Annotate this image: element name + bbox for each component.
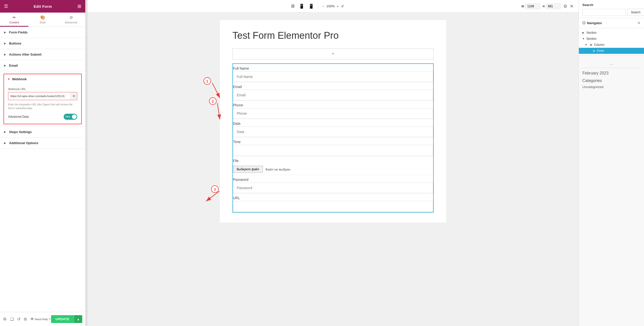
webhook-wrapper: ▼ Webhook Webhook URL ⧉ Enter the integr… bbox=[0, 71, 85, 127]
desktop-icon[interactable]: 🖥 bbox=[290, 4, 295, 9]
phone-label: Phone bbox=[233, 101, 433, 108]
section-form-fields: ▶ Form Fields bbox=[0, 27, 85, 38]
actions-header[interactable]: ▶ Actions After Submit bbox=[0, 49, 85, 60]
zoom-level: 100% bbox=[326, 4, 335, 8]
nav-item-section-2[interactable]: ▼ Section bbox=[579, 36, 644, 42]
category-uncategorized[interactable]: Uncategorized bbox=[582, 85, 640, 89]
form-fields-label: Form Fields bbox=[9, 30, 28, 34]
phone-input[interactable] bbox=[233, 108, 433, 119]
zoom-reset-icon[interactable]: ↺ bbox=[341, 4, 344, 8]
search-input[interactable] bbox=[582, 9, 626, 16]
height-input: H bbox=[543, 4, 561, 9]
file-label: File bbox=[233, 156, 433, 164]
settings-icon[interactable]: ⚙ bbox=[3, 317, 7, 321]
actions-label: Actions After Submit bbox=[9, 53, 42, 56]
data-input[interactable] bbox=[233, 127, 433, 137]
steps-header[interactable]: ▶ Steps Settings bbox=[0, 127, 85, 137]
additional-arrow: ▶ bbox=[4, 142, 7, 144]
email-header[interactable]: ▶ Email bbox=[0, 60, 85, 71]
form-title: Test Form Elementor Pro bbox=[232, 30, 434, 41]
advanced-tab-label: Advanced bbox=[65, 21, 77, 24]
url-input[interactable] bbox=[233, 201, 433, 212]
nav-item-form[interactable]: ⧉ Form bbox=[579, 48, 644, 54]
layers-icon[interactable]: ❑ bbox=[10, 317, 14, 321]
update-button[interactable]: UPDATE bbox=[51, 315, 74, 323]
preview-icon[interactable]: 👁 bbox=[30, 317, 34, 321]
tab-style[interactable]: 🎨 Style bbox=[28, 13, 57, 27]
update-dropdown-button[interactable]: ▲ bbox=[74, 315, 82, 323]
height-label: H bbox=[543, 5, 545, 8]
history-icon[interactable]: ↺ bbox=[17, 317, 20, 321]
form-add-row[interactable]: + bbox=[232, 49, 434, 59]
nav-item-column[interactable]: ▼ ⊞ Column bbox=[579, 42, 644, 48]
toggle-circle bbox=[72, 114, 76, 119]
settings-top-icon[interactable]: ⚙ bbox=[563, 4, 567, 9]
password-input[interactable] bbox=[233, 183, 433, 193]
webhook-url-input[interactable] bbox=[8, 92, 70, 100]
section-steps: ▶ Steps Settings bbox=[0, 127, 85, 138]
form-fields-header[interactable]: ▶ Form Fields bbox=[0, 27, 85, 38]
nav-column-label: Column bbox=[594, 43, 604, 47]
search-section-label: Search bbox=[582, 3, 640, 7]
zoom-controls: − 100% + ↺ bbox=[322, 4, 344, 8]
hamburger-icon[interactable]: ☰ bbox=[4, 4, 8, 9]
nav-item-section-1[interactable]: ▶ Section bbox=[579, 30, 644, 36]
responsive-icon[interactable]: ⧉ bbox=[24, 317, 27, 321]
buttons-header[interactable]: ▶ Buttons bbox=[0, 38, 85, 49]
nav-section-2-label: Section bbox=[586, 37, 596, 40]
form-page: Test Form Elementor Pro + Full Name Emai… bbox=[220, 20, 446, 223]
zoom-out-icon[interactable]: − bbox=[322, 4, 324, 8]
column-icon: ⊞ bbox=[589, 43, 593, 47]
need-help-label: Need Help bbox=[35, 318, 48, 321]
navigator-label: Navigator bbox=[587, 21, 602, 25]
width-value-input[interactable] bbox=[525, 4, 540, 9]
main-canvas: 🖥 📱 📱 − 100% + ↺ W H ⚙ ✕ bbox=[88, 0, 579, 326]
nav-arrow-section-1: ▶ bbox=[582, 31, 585, 34]
toggle-yes-label: YES bbox=[65, 115, 70, 118]
section-additional: ▶ Additional Options bbox=[0, 138, 85, 149]
month-link[interactable]: February 2023 bbox=[582, 71, 609, 75]
svg-point-8 bbox=[211, 186, 218, 193]
svg-text:1: 1 bbox=[206, 79, 208, 83]
fullname-label: Full Name bbox=[233, 64, 433, 71]
close-top-icon[interactable]: ✕ bbox=[570, 4, 574, 9]
mobile-icon[interactable]: 📱 bbox=[308, 4, 314, 9]
uncategorized-link[interactable]: Uncategorized bbox=[582, 85, 603, 89]
more-dots-button[interactable]: ... bbox=[582, 59, 640, 68]
additional-header[interactable]: ▶ Additional Options bbox=[0, 138, 85, 148]
field-time: Time bbox=[233, 137, 433, 156]
url-label: URL bbox=[233, 193, 433, 201]
time-input[interactable] bbox=[233, 145, 433, 156]
resize-handle[interactable]: ⋮ bbox=[86, 0, 88, 326]
height-value-input[interactable] bbox=[546, 4, 561, 9]
url-input-copy-icon[interactable]: ⧉ bbox=[70, 92, 77, 100]
webhook-header[interactable]: ▼ Webhook bbox=[4, 74, 81, 84]
help-icon: ? bbox=[49, 318, 50, 321]
steps-arrow: ▶ bbox=[4, 131, 7, 133]
search-button[interactable]: Search bbox=[627, 9, 644, 16]
section-email: ▶ Email bbox=[0, 60, 85, 71]
data-label: Data bbox=[233, 119, 433, 127]
navigator-close-button[interactable]: ✕ bbox=[637, 21, 640, 25]
field-phone: Phone bbox=[233, 101, 433, 119]
fullname-input[interactable] bbox=[233, 71, 433, 82]
field-email: Email bbox=[233, 82, 433, 100]
width-label: W bbox=[521, 5, 524, 8]
email-input[interactable] bbox=[233, 90, 433, 100]
buttons-arrow: ▶ bbox=[4, 42, 7, 45]
email-label: Email bbox=[233, 82, 433, 90]
tab-content[interactable]: ✏ Content bbox=[0, 13, 28, 27]
advanced-data-toggle[interactable]: YES bbox=[64, 114, 77, 120]
zoom-in-icon[interactable]: + bbox=[337, 4, 339, 8]
section-buttons: ▶ Buttons bbox=[0, 38, 85, 49]
top-toolbar: 🖥 📱 📱 − 100% + ↺ W H ⚙ ✕ bbox=[88, 0, 579, 13]
need-help[interactable]: Need Help ? bbox=[35, 318, 50, 321]
categories-title: Categories bbox=[582, 78, 640, 83]
tab-advanced[interactable]: ⚙ Advanced bbox=[57, 13, 85, 27]
left-tabs: ✏ Content 🎨 Style ⚙ Advanced bbox=[0, 13, 85, 27]
tablet-icon[interactable]: 📱 bbox=[299, 4, 304, 9]
file-choose-button[interactable]: Выберите файл bbox=[233, 166, 263, 173]
webhook-body: Webhook URL ⧉ Enter the integration URL … bbox=[4, 84, 81, 124]
grid-icon[interactable]: ⊞ bbox=[77, 4, 81, 9]
svg-line-1 bbox=[212, 83, 220, 98]
